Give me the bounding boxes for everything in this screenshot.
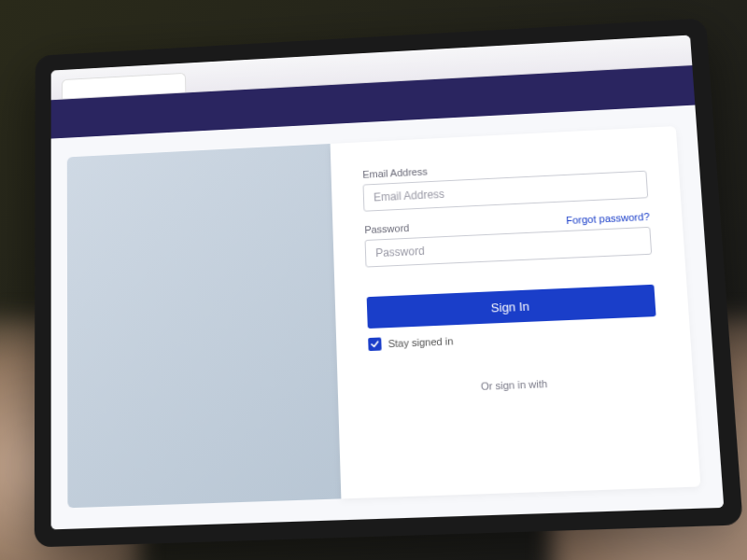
tablet-screen: Email Address Password Forgot password? …: [51, 35, 725, 530]
check-icon: [370, 340, 379, 349]
login-card: Email Address Password Forgot password? …: [331, 126, 701, 498]
alt-signin-divider: Or sign in with: [370, 373, 660, 396]
stay-signed-in-checkbox[interactable]: [368, 337, 382, 351]
tablet-device-frame: Email Address Password Forgot password? …: [35, 18, 743, 547]
password-label: Password: [364, 222, 409, 235]
stay-signed-in-row: Stay signed in: [368, 326, 657, 351]
email-group: Email Address: [362, 155, 648, 212]
stay-signed-in-label[interactable]: Stay signed in: [388, 335, 453, 349]
sign-in-button[interactable]: Sign In: [367, 285, 656, 329]
forgot-password-link[interactable]: Forgot password?: [566, 211, 650, 226]
hero-panel: [67, 144, 342, 508]
password-group: Password Forgot password?: [364, 211, 652, 268]
content-area: Email Address Password Forgot password? …: [51, 105, 725, 530]
